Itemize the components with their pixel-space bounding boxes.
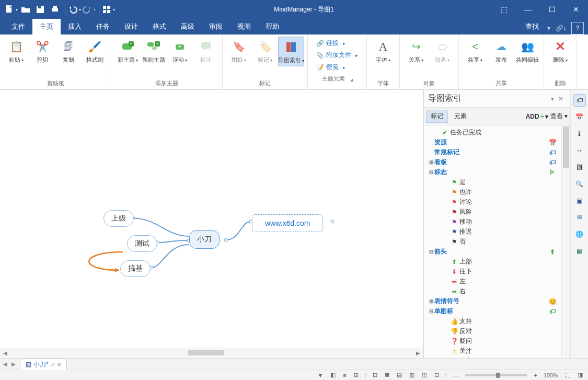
undo-button[interactable] [67, 3, 81, 16]
icon-marker-button[interactable]: 🔖图标 [226, 37, 252, 65]
floating-topic-button[interactable]: +浮动 [167, 37, 193, 65]
notes-button[interactable]: 📝便笺 [316, 63, 358, 72]
tab-advanced[interactable]: 高级 [174, 19, 202, 34]
item-flag-risk[interactable]: ⚑风险 [426, 207, 559, 217]
document-tab[interactable]: ▧ 小刀* ⤢ ✕ [20, 359, 67, 370]
panel-vscrollbar[interactable] [561, 125, 570, 358]
tab-design[interactable]: 设计 [117, 19, 145, 34]
sidebar-outlook-icon[interactable]: ✉ [573, 211, 586, 224]
node-test[interactable]: 测试 [127, 235, 157, 252]
node-gaoji[interactable]: 搞基 [120, 260, 151, 277]
panel-view-button[interactable]: 查看 ▾ [550, 112, 568, 121]
item-flag-maybe[interactable]: ⚑也许 [426, 187, 559, 197]
tab-file[interactable]: 文件 [4, 19, 32, 34]
new-doc-button[interactable] [4, 3, 18, 16]
doc-tab-close[interactable]: ✕ [57, 362, 61, 367]
new-subtopic-button[interactable]: +新副主题 [141, 37, 167, 65]
sidebar-info-icon[interactable]: ℹ [573, 128, 586, 140]
view-icon-icon[interactable]: ◫ [421, 372, 428, 378]
item-arrow-down[interactable]: ⬇往下 [426, 267, 559, 277]
paste-button[interactable]: 📋粘贴 [3, 37, 29, 65]
maximize-button[interactable]: ☐ [540, 0, 564, 19]
doctabs-prev[interactable]: ◀ [3, 361, 7, 367]
item-flag-defer[interactable]: ⚑推迟 [426, 227, 559, 237]
item-attention[interactable]: ⚠关注 [426, 346, 559, 356]
node-link[interactable]: www.x6d.com [252, 214, 323, 232]
item-flag-discuss[interactable]: ⚑讨论 [426, 197, 559, 207]
open-button[interactable] [19, 3, 32, 16]
item-flags[interactable]: ⊟标志🏳 [426, 167, 559, 177]
item-arrow-right[interactable]: ➡右 [426, 286, 559, 296]
status-btn-2[interactable]: ≡ [342, 372, 347, 378]
panel-menu-button[interactable]: ▾ [549, 95, 556, 102]
scroll-right-button[interactable]: ▶ [413, 350, 423, 356]
sidebar-browser-icon[interactable]: ▣ [573, 194, 586, 207]
publish-button[interactable]: ☁︎发布 [488, 37, 514, 65]
zoom-slider[interactable] [465, 374, 527, 376]
sidebar-related-icon[interactable]: ↔ [573, 144, 586, 157]
tab-task[interactable]: 任务 [89, 19, 117, 34]
panel-close-button[interactable]: ✕ [556, 95, 566, 102]
scroll-left-button[interactable]: ◀ [0, 350, 10, 356]
coedit-button[interactable]: 👥共同编辑 [514, 37, 540, 65]
node-center[interactable]: 小刀 [189, 230, 220, 249]
view-map-icon[interactable]: ⊡ [372, 372, 378, 378]
tab-review[interactable]: 审阅 [202, 19, 230, 34]
item-flag-move[interactable]: ⚑移动 [426, 217, 559, 227]
status-btn-1[interactable]: ◧ [329, 372, 337, 378]
save-button[interactable] [33, 3, 47, 16]
doc-tab-pin[interactable]: ⤢ [51, 362, 55, 367]
view-tag-icon[interactable]: ⊟ [433, 372, 440, 378]
expand-button[interactable]: ◨ [577, 372, 584, 378]
mindmap-canvas[interactable]: 小刀 上级 测试 搞基 www.x6d.com [0, 90, 423, 348]
sidebar-excel-icon[interactable]: ▦ [573, 245, 586, 257]
tab-insert[interactable]: 插入 [61, 19, 89, 34]
sidebar-image-icon[interactable]: 🖼 [573, 161, 586, 174]
item-resources[interactable]: 资源📅 [426, 137, 559, 147]
item-decision[interactable]: ⚖决定 [426, 356, 559, 358]
panel-tab-markers[interactable]: 标记 [426, 110, 448, 123]
item-flag-no[interactable]: ⚑否 [426, 237, 559, 247]
help-icon[interactable]: ? [571, 22, 584, 34]
item-thumbs-up[interactable]: 👍支持 [426, 316, 559, 326]
share-button[interactable]: <共享 [462, 37, 488, 65]
item-emoji[interactable]: ⊞表情符号😊 [426, 296, 559, 306]
node-upper[interactable]: 上级 [103, 210, 134, 227]
tab-format[interactable]: 格式 [145, 19, 174, 34]
sidebar-search-icon[interactable]: 🔍 [573, 178, 586, 190]
new-topic-button[interactable]: +新主题 [114, 37, 141, 65]
search-field[interactable]: 查找 [517, 19, 547, 34]
copy-button[interactable]: 🗐复制 [55, 37, 82, 65]
tab-home[interactable]: 主页 [32, 19, 61, 34]
close-window-button[interactable]: ✕ [564, 0, 588, 19]
sidebar-web-icon[interactable]: 🌐 [573, 228, 586, 240]
panel-add-button[interactable]: ADD + ▾ [526, 113, 548, 120]
delete-button[interactable]: ✕删除 [547, 37, 573, 65]
minimize-button[interactable]: — [516, 0, 540, 19]
hyperlink-button[interactable]: 🔗链接 [316, 39, 358, 48]
canvas-hscrollbar[interactable]: ◀ ▶ [0, 348, 423, 358]
sidebar-task-icon[interactable]: 📅 [573, 111, 586, 123]
item-flag-yes[interactable]: ⚑是 [426, 177, 559, 187]
fit-button[interactable]: ⛶ [563, 372, 571, 378]
panel-tab-elements[interactable]: 元素 [450, 110, 471, 122]
view-outline-icon[interactable]: ≣ [384, 372, 390, 378]
tab-view[interactable]: 视图 [230, 19, 258, 34]
status-btn-3[interactable]: ⊞ [353, 372, 360, 378]
zoom-out-button[interactable]: — [452, 372, 459, 378]
attach-button[interactable]: 📎附加文件 [316, 51, 358, 60]
link-icon[interactable]: 🔗↓ [555, 22, 567, 34]
format-painter-button[interactable]: 🖌️格式刷 [82, 37, 108, 65]
item-kanban[interactable]: ⊞看板🏷 [426, 157, 559, 167]
item-arrow-up[interactable]: ⬆上部 [426, 257, 559, 267]
font-button[interactable]: A字体 [370, 37, 396, 65]
redo-button[interactable] [82, 3, 96, 16]
marker-tree[interactable]: ✔︎任务已完成 资源📅 常规标记🏷 ⊞看板🏷 ⊟标志🏳 ⚑是 ⚑也许 ⚑讨论 ⚑… [424, 125, 561, 358]
filter-icon[interactable]: ▼ [316, 372, 324, 378]
ribbon-collapse-button[interactable]: ⬚ [492, 0, 516, 19]
item-question[interactable]: ❓疑问 [426, 336, 559, 346]
item-general-markers[interactable]: 常规标记🏷 [426, 147, 559, 157]
item-arrow-left[interactable]: ⬅左 [426, 277, 559, 286]
print-button[interactable] [48, 3, 62, 16]
map-index-button[interactable]: 导图索引 [278, 37, 304, 66]
